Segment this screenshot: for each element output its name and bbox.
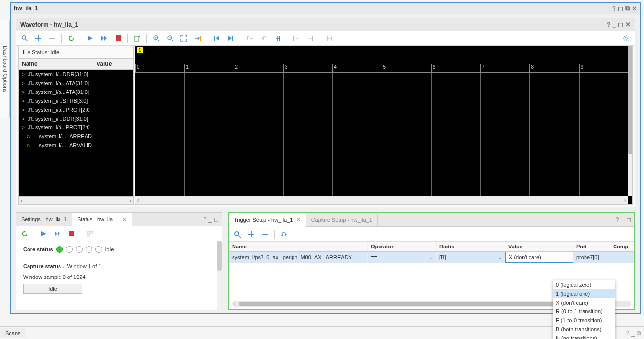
col-value[interactable]: Value <box>93 59 133 69</box>
cell-comp[interactable] <box>610 252 634 263</box>
close-tab-icon[interactable]: × <box>296 216 300 224</box>
col-radix[interactable]: Radix <box>437 242 505 251</box>
tab-status[interactable]: Status - hw_ila_1× <box>72 213 132 226</box>
expand-icon[interactable]: > <box>22 107 27 113</box>
expand-icon[interactable]: > <box>22 125 27 130</box>
help-icon[interactable]: ? <box>204 216 207 223</box>
play-icon[interactable] <box>84 32 97 45</box>
close-icon[interactable]: ✕ <box>632 5 637 12</box>
stop-icon[interactable] <box>65 227 78 240</box>
minimize-icon[interactable]: _ <box>621 216 624 223</box>
help-icon[interactable]: ? <box>612 5 616 12</box>
cell-name[interactable]: system_i/ps7_0_axi_periph_M00_AXI_ARREAD… <box>229 252 368 263</box>
prev-icon[interactable] <box>210 32 223 45</box>
signal-row[interactable]: >system_i/...DDR[31:0] <box>19 114 93 123</box>
remove-icon[interactable] <box>259 228 271 241</box>
dashboard-options-tab[interactable]: Dashboard Options <box>0 20 10 118</box>
signal-row[interactable]: system_i/..._ARREAD <box>19 132 93 141</box>
minimize-icon[interactable]: _ <box>613 21 616 28</box>
waveform-canvas[interactable]: 0 0123456789 ‹› <box>135 46 633 205</box>
waveform-vscroll[interactable] <box>628 46 632 196</box>
help-icon[interactable]: ? <box>607 21 611 28</box>
trigger-table-row[interactable]: system_i/ps7_0_axi_periph_M00_AXI_ARREAD… <box>229 252 634 263</box>
play-icon[interactable] <box>37 227 50 240</box>
col-operator[interactable]: Operator <box>368 242 437 251</box>
tab-capture-setup[interactable]: Capture Setup - hw_ila_1 <box>306 214 378 226</box>
maximize-icon[interactable]: ◻ <box>618 21 623 28</box>
close-icon[interactable]: ✕ <box>625 21 631 28</box>
value-dropdown[interactable]: 0 (logical zero)1 (logical one)X (don't … <box>553 280 615 339</box>
footer-tab-scans[interactable]: Scans <box>0 328 26 338</box>
zoom-in-icon[interactable] <box>150 32 163 45</box>
signal-row[interactable]: >system_i/p...ATA[31:0] <box>19 79 93 88</box>
fast-forward-icon[interactable] <box>98 32 111 45</box>
dropdown-option[interactable]: B (both transitions) <box>553 325 615 334</box>
refresh-icon[interactable] <box>18 227 31 240</box>
signal-row[interactable]: >system_i/...STRB[3:0] <box>19 96 93 105</box>
prev-marker-icon[interactable] <box>290 32 303 45</box>
col-port[interactable]: Port <box>573 242 610 251</box>
export-icon[interactable] <box>131 32 144 45</box>
tab-trigger-setup[interactable]: Trigger Setup - hw_ila_1× <box>229 213 306 227</box>
next-edge-icon[interactable] <box>257 32 270 45</box>
col-name[interactable]: Name <box>229 242 368 251</box>
close-tab-icon[interactable]: × <box>122 216 126 223</box>
idle-button[interactable]: Idle <box>23 284 82 294</box>
signal-row[interactable]: >system_i/p...ATA[31:0] <box>19 88 93 96</box>
swap-icon[interactable] <box>323 32 336 45</box>
search-icon[interactable] <box>231 228 244 241</box>
signal-row[interactable]: system_i/..._ARVALID <box>19 141 93 150</box>
add-icon[interactable] <box>32 32 45 45</box>
status-vscroll[interactable] <box>217 241 222 310</box>
zoom-out-icon[interactable] <box>164 32 176 45</box>
go-to-cursor-icon[interactable] <box>191 32 204 45</box>
dropdown-option[interactable]: 1 (logical one) <box>553 289 615 298</box>
signal-row[interactable]: >system_i/p...PROT[2:0 <box>19 105 93 114</box>
col-name[interactable]: Name <box>19 59 93 69</box>
col-value[interactable]: Value <box>505 242 573 251</box>
minimize-icon[interactable]: _ <box>631 330 635 337</box>
expand-icon[interactable]: > <box>22 90 27 95</box>
trigger-condition-icon[interactable] <box>278 228 291 241</box>
prev-edge-icon[interactable] <box>243 32 256 45</box>
cell-radix[interactable]: [B]⌄ <box>437 252 505 263</box>
add-marker-icon[interactable] <box>271 32 284 45</box>
help-icon[interactable]: ? <box>626 330 630 337</box>
remove-icon[interactable] <box>46 32 59 45</box>
signal-row[interactable]: >system_i/...DDR[31:0] <box>19 70 93 79</box>
waveform-hscroll[interactable]: ‹› <box>135 196 628 204</box>
zoom-fit-icon[interactable] <box>177 32 190 45</box>
dropdown-option[interactable]: N (no transitions) <box>553 334 615 339</box>
waveform-tree[interactable]: >system_i/...DDR[31:0]>system_i/p...ATA[… <box>19 70 133 196</box>
add-icon[interactable] <box>245 228 258 241</box>
minimize-icon[interactable]: _ <box>208 216 212 223</box>
expand-icon[interactable]: > <box>22 72 27 77</box>
chevron-down-icon[interactable]: ⌄ <box>498 255 502 260</box>
tab-settings[interactable]: Settings - hw_ila_1 <box>16 214 72 225</box>
settings-icon[interactable] <box>620 32 633 45</box>
next-marker-icon[interactable] <box>304 32 317 45</box>
group-icon[interactable] <box>84 227 97 240</box>
restore-icon[interactable]: ◻ <box>618 5 623 12</box>
chevron-down-icon[interactable]: ⌄ <box>429 255 433 260</box>
next-icon[interactable] <box>224 32 237 45</box>
cell-operator[interactable]: ==⌄ <box>368 252 437 263</box>
dropdown-option[interactable]: F (1-to-0 transition) <box>553 316 615 325</box>
popout-icon[interactable]: ⧉ <box>637 330 641 337</box>
waveform-marker[interactable]: 0 <box>137 47 143 53</box>
maximize-icon[interactable]: ◻ <box>214 216 219 223</box>
dropdown-option[interactable]: X (don't care) <box>553 298 615 307</box>
cell-port[interactable]: probe7[0] <box>573 252 610 263</box>
expand-icon[interactable]: > <box>22 98 27 104</box>
cell-value[interactable]: X (don't care) <box>505 252 573 263</box>
search-icon[interactable] <box>18 32 31 45</box>
maximize-icon[interactable]: ⧉ <box>625 4 630 12</box>
waveform-ruler[interactable]: 0123456789 <box>135 64 628 73</box>
fast-forward-icon[interactable] <box>51 227 64 240</box>
help-icon[interactable]: ? <box>616 216 619 223</box>
dropdown-option[interactable]: 0 (logical zero) <box>553 280 615 289</box>
refresh-icon[interactable] <box>65 32 78 45</box>
waveform-tree-scrollbar[interactable]: ‹› <box>19 196 133 204</box>
expand-icon[interactable]: > <box>22 81 27 86</box>
expand-icon[interactable]: > <box>22 116 27 122</box>
